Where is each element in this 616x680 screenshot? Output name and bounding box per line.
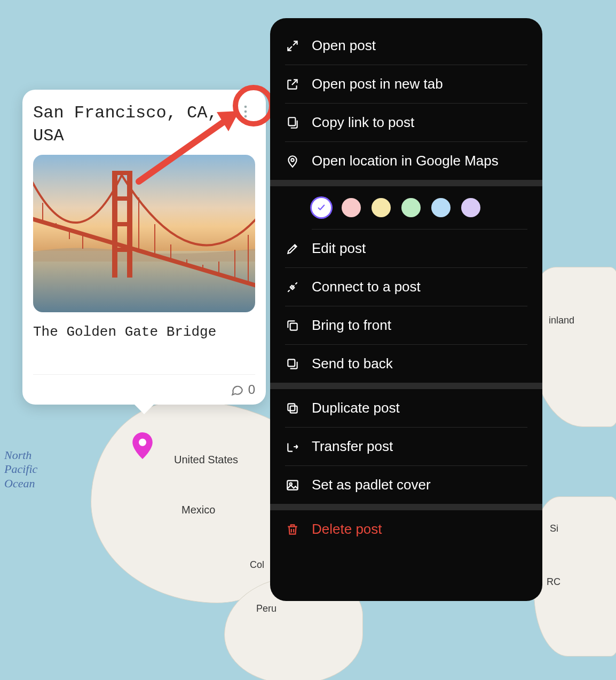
map-label-mexico: Mexico [181, 504, 215, 516]
send-back-icon [285, 357, 300, 371]
color-swatch-row [312, 186, 527, 230]
menu-label: Copy link to post [312, 114, 414, 131]
check-icon [317, 203, 326, 212]
menu-item-bring-front[interactable]: Bring to front [285, 306, 527, 345]
menu-label: Open location in Google Maps [312, 153, 499, 169]
menu-label: Open post [312, 37, 376, 54]
map-label-rc: RC [547, 576, 560, 588]
menu-label: Delete post [312, 521, 382, 537]
menu-item-duplicate[interactable]: Duplicate post [285, 389, 527, 428]
svg-rect-33 [288, 404, 295, 410]
color-swatch-blue[interactable] [431, 198, 451, 217]
transfer-icon [285, 439, 300, 454]
trash-icon [285, 522, 300, 537]
duplicate-icon [285, 401, 300, 416]
menu-divider [270, 383, 542, 389]
menu-label: Connect to a post [312, 279, 421, 295]
menu-label: Set as padlet cover [312, 477, 431, 493]
menu-item-send-back[interactable]: Send to back [285, 345, 527, 383]
comment-icon[interactable] [230, 383, 244, 397]
color-swatch-purple[interactable] [461, 198, 480, 217]
menu-item-connect-post[interactable]: Connect to a post [285, 268, 527, 306]
map-label-si: Si [550, 523, 558, 534]
menu-divider [270, 504, 542, 510]
post-more-button[interactable] [236, 104, 255, 123]
bring-front-icon [285, 318, 300, 333]
svg-rect-28 [288, 117, 295, 125]
external-link-icon [285, 77, 300, 92]
menu-label: Transfer post [312, 438, 393, 455]
menu-item-open-maps[interactable]: Open location in Google Maps [285, 142, 527, 180]
map-pin-icon[interactable] [132, 432, 153, 459]
svg-rect-32 [290, 406, 297, 413]
pencil-icon [285, 241, 300, 256]
menu-item-delete[interactable]: Delete post [285, 510, 527, 548]
post-title: San Francisco, CA, USA [33, 101, 225, 147]
link-icon [285, 115, 300, 130]
svg-point-3 [244, 115, 247, 118]
menu-label: Edit post [312, 240, 366, 257]
menu-label: Bring to front [312, 317, 391, 334]
menu-label: Duplicate post [312, 400, 400, 416]
more-vertical-icon [243, 105, 248, 121]
post-image[interactable] [33, 155, 255, 312]
svg-rect-31 [288, 359, 295, 366]
location-pin-icon [285, 154, 300, 169]
menu-item-copy-link[interactable]: Copy link to post [285, 104, 527, 142]
svg-rect-8 [112, 171, 132, 175]
svg-point-2 [244, 110, 247, 113]
menu-label: Send to back [312, 355, 393, 372]
svg-rect-34 [287, 480, 298, 489]
svg-point-1 [244, 106, 247, 108]
menu-label: Open post in new tab [312, 76, 443, 92]
color-swatch-green[interactable] [401, 198, 421, 217]
menu-item-edit-post[interactable]: Edit post [285, 230, 527, 268]
comment-count[interactable]: 0 [248, 382, 255, 397]
map-label-usa: United States [174, 454, 238, 466]
menu-item-open-post[interactable]: Open post [285, 27, 527, 65]
menu-item-transfer[interactable]: Transfer post [285, 428, 527, 466]
map-label-peru: Peru [256, 603, 277, 614]
image-icon [285, 478, 300, 493]
post-caption: The Golden Gate Bridge [33, 324, 255, 340]
svg-point-0 [139, 439, 146, 446]
post-context-menu: Open post Open post in new tab Copy link… [270, 18, 542, 601]
map-label-col: Col [250, 559, 264, 571]
menu-item-set-cover[interactable]: Set as padlet cover [285, 466, 527, 504]
ocean-label-north-pacific: North Pacific Ocean [4, 448, 37, 491]
plug-icon [285, 280, 300, 295]
expand-icon [285, 38, 300, 53]
svg-rect-4 [33, 155, 255, 251]
color-swatch-pink[interactable] [342, 198, 361, 217]
menu-item-open-new-tab[interactable]: Open post in new tab [285, 65, 527, 104]
svg-rect-9 [112, 196, 132, 201]
svg-point-29 [291, 159, 294, 161]
color-swatch-yellow[interactable] [372, 198, 391, 217]
color-swatch-white[interactable] [312, 198, 331, 217]
post-card[interactable]: San Francisco, CA, USA [22, 90, 266, 405]
svg-rect-10 [112, 222, 132, 226]
menu-divider [270, 180, 542, 186]
svg-rect-30 [290, 323, 297, 330]
post-footer: 0 [33, 374, 255, 397]
map-label-inland: inland [549, 315, 574, 326]
